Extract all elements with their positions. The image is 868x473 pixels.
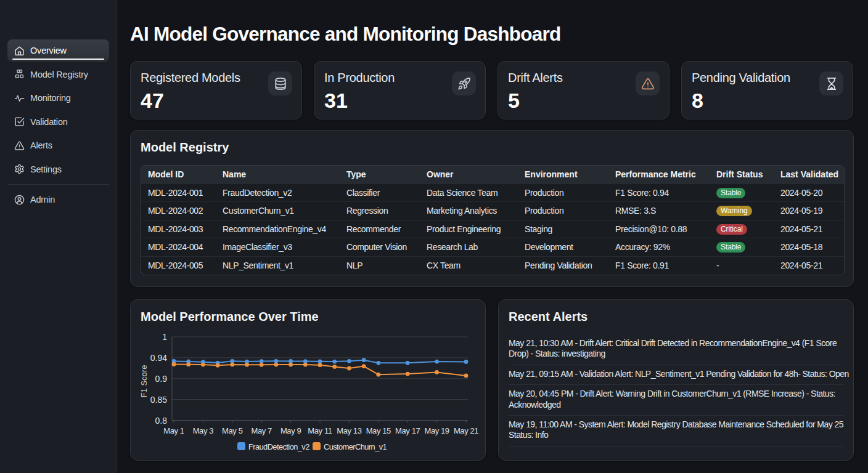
svg-text:May 9: May 9 bbox=[280, 426, 301, 435]
svg-text:May 7: May 7 bbox=[251, 426, 272, 435]
svg-text:May 3: May 3 bbox=[193, 426, 214, 435]
svg-text:May 21: May 21 bbox=[454, 426, 478, 435]
svg-text:0.8: 0.8 bbox=[155, 416, 168, 426]
svg-text:FraudDetection_v2: FraudDetection_v2 bbox=[248, 442, 309, 451]
svg-text:0.9: 0.9 bbox=[155, 374, 168, 384]
svg-text:1: 1 bbox=[162, 332, 167, 342]
svg-text:May 15: May 15 bbox=[366, 426, 391, 435]
svg-text:0.85: 0.85 bbox=[150, 395, 167, 405]
svg-text:May 17: May 17 bbox=[395, 426, 420, 435]
svg-text:May 11: May 11 bbox=[308, 426, 332, 435]
svg-text:CustomerChurn_v1: CustomerChurn_v1 bbox=[324, 442, 387, 451]
svg-text:May 5: May 5 bbox=[222, 426, 243, 435]
svg-text:0.94: 0.94 bbox=[150, 353, 167, 363]
svg-text:May 1: May 1 bbox=[163, 426, 184, 435]
svg-text:May 13: May 13 bbox=[337, 426, 361, 435]
svg-text:F1 Score: F1 Score bbox=[139, 365, 149, 398]
svg-text:May 19: May 19 bbox=[424, 426, 449, 435]
